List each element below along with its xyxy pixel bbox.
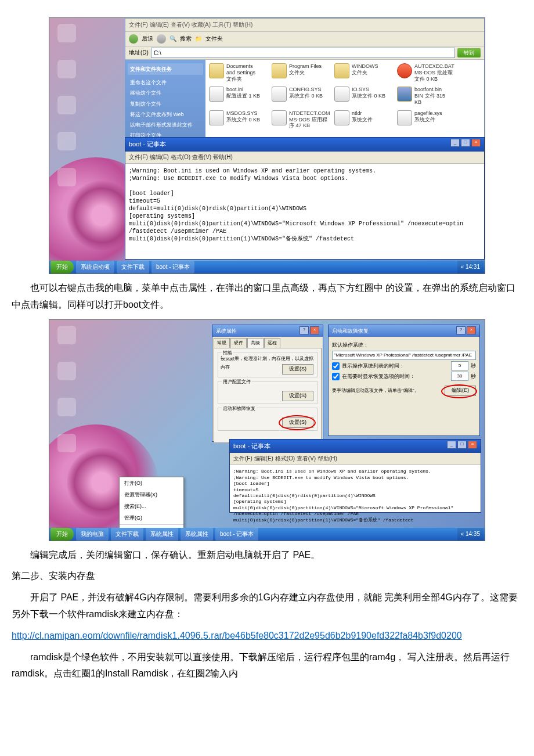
notepad-titlebar[interactable]: boot - 记事本 _ □ × [230,440,481,453]
tab[interactable]: 硬件 [230,338,247,348]
paragraph: http://cl.namipan.eom/downfile/ramdisk1.… [12,628,522,645]
task-item[interactable]: 将这个文件发布到 Web [128,109,203,120]
menu-item[interactable]: 管理(G) [120,512,183,524]
desktop-icon[interactable] [54,60,80,89]
menu-item[interactable]: 资源管理器(X) [120,489,183,501]
red-circle-annotation [441,384,477,398]
taskbar-button[interactable]: boot - 记事本 [151,261,194,273]
search-icon[interactable]: 🔍 [169,34,176,44]
maximize-icon[interactable]: □ [461,139,470,147]
dialog-titlebar[interactable]: 启动和故障恢复 ?× [329,325,479,337]
taskbar-button[interactable]: boot - 记事本 [215,528,258,541]
desktop-icon[interactable] [54,434,80,463]
notepad-body[interactable]: ;Warning: Boot.ini is used on Windows XP… [230,465,481,527]
tab[interactable]: 常规 [214,338,230,348]
explorer-sidepanel: 文件和文件夹任务 重命名这个文件 移动这个文件 复制这个文件 将这个文件发布到 … [125,60,205,140]
file-item[interactable]: Program Files文件夹 [272,63,325,82]
screenshot-1: 文件(F) 编辑(E) 查看(V) 收藏(A) 工具(T) 帮助(H) 后退 🔍… [49,17,485,274]
file-item[interactable]: boot.ini配置设置 1 KB [209,87,262,105]
task-item[interactable]: 移动这个文件 [128,88,203,98]
download-link[interactable]: http://cl.namipan.eom/downfile/ramdisk1.… [12,631,462,640]
help-icon[interactable]: ? [456,326,466,334]
taskbar-button[interactable]: 系统属性 [181,528,213,541]
tasks-header: 文件和文件夹任务 [128,63,203,75]
address-input[interactable] [151,48,455,58]
paragraph: 编辑完成后，关闭编辑窗口，保存确认。重新启动电脑就开启了 PAE。 [12,547,522,564]
seconds-spinner[interactable]: 5 [451,361,468,370]
file-item[interactable]: CONFIG.SYS系统文件 0 KB [272,87,325,105]
file-item[interactable]: WINDOWS文件夹 [334,63,388,82]
desktop-icon[interactable] [54,398,80,427]
folders-icon[interactable]: 📁 [195,34,202,44]
os-select[interactable]: "Microsoft Windows XP Professional" /fas… [332,351,476,360]
file-item[interactable]: IO.SYS系统文件 0 KB [334,87,388,105]
system-tray[interactable]: « 14:31 [457,261,484,273]
menu-item[interactable]: 打开(O) [120,477,183,489]
start-button[interactable]: 开始 [50,261,74,273]
settings-button[interactable]: 设置(S) [282,391,313,401]
search-label[interactable]: 搜索 [180,34,192,44]
group-label: 启动和故障恢复 [222,405,257,413]
maximize-icon[interactable]: □ [457,441,467,449]
help-icon[interactable]: ? [300,326,309,334]
folders-label[interactable]: 文件夹 [205,34,223,44]
desktop-icons [54,24,83,204]
file-item[interactable]: NTDETECT.COMMS-DOS 应用程序 47 KB [272,110,325,129]
tab-advanced[interactable]: 高级 [247,338,264,348]
settings-button[interactable]: 设置(S) [282,364,313,375]
taskbar: 开始 系统启动项 文件下载 boot - 记事本 « 14:31 [49,261,485,273]
system-properties-dialog[interactable]: 系统属性 ?× 常规 硬件 高级 远程 性能 视觉效果，处理器计划，内存使用，以… [212,325,323,442]
go-button[interactable]: 转到 [457,48,481,57]
task-item[interactable]: 以电子邮件形式发送此文件 [128,120,203,130]
menu-item[interactable]: 搜索(E)... [120,501,183,512]
forward-icon[interactable] [157,34,166,44]
file-item[interactable]: MSDOS.SYS系统文件 0 KB [209,110,262,129]
back-label[interactable]: 后退 [142,34,153,44]
file-item[interactable]: pagefile.sys系统文件 [397,110,450,129]
taskbar-button[interactable]: 我的电脑 [76,528,109,541]
task-item[interactable]: 复制这个文件 [128,99,203,109]
close-icon[interactable]: × [310,326,319,334]
task-item[interactable]: 重命名这个文件 [128,77,203,88]
desktop-icon[interactable] [54,168,80,197]
tab[interactable]: 远程 [264,338,280,348]
file-item[interactable]: AUTOEXEC.BATMS-DOS 批处理文件 0 KB [397,63,450,82]
back-icon[interactable] [129,34,138,44]
system-tray[interactable]: « 14:35 [457,528,484,541]
explorer-menubar[interactable]: 文件(F) 编辑(E) 查看(V) 收藏(A) 工具(T) 帮助(H) [125,19,484,32]
desktop-icon[interactable] [54,24,80,53]
taskbar: 开始 我的电脑 文件下载 系统属性 系统属性 boot - 记事本 « 14:3… [49,528,485,541]
notepad-body[interactable]: ;Warning: Boot.ini is used on Windows XP… [125,164,484,246]
paragraph: ramdisk是个绿色软件，不用安装就可以直接使用。下载解压缩后，运行程序包里的… [12,649,522,683]
start-button[interactable]: 开始 [50,528,74,541]
explorer-window[interactable]: 文件(F) 编辑(E) 查看(V) 收藏(A) 工具(T) 帮助(H) 后退 🔍… [125,18,485,135]
minimize-icon[interactable]: _ [447,441,456,449]
notepad-titlebar[interactable]: boot - 记事本 _ □ × [125,138,484,152]
close-icon[interactable]: × [468,441,477,449]
notepad-menubar[interactable]: 文件(F) 编辑(E) 格式(O) 查看(V) 帮助(H) [125,152,484,164]
checkbox[interactable] [332,362,340,370]
dialog-titlebar[interactable]: 系统属性 ?× [212,325,323,337]
taskbar-button[interactable]: 文件下载 [111,528,143,541]
file-item[interactable]: ntldr系统文件 [334,110,388,129]
file-item[interactable]: Documents and Settings文件夹 [209,63,262,82]
close-icon[interactable]: × [471,139,481,147]
notepad-window[interactable]: boot - 记事本 _ □ × 文件(F) 编辑(E) 格式(O) 查看(V)… [125,137,485,260]
desktop-icon[interactable] [54,326,80,355]
desktop-icon[interactable] [54,132,80,161]
checkbox[interactable] [332,373,340,380]
notepad-menubar[interactable]: 文件(F) 编辑(E) 格式(O) 查看(V) 帮助(H) [230,453,481,465]
notepad-title: boot - 记事本 [233,441,270,452]
minimize-icon[interactable]: _ [450,139,460,147]
desktop-icon[interactable] [54,96,80,125]
file-item[interactable]: bootfont.binBIN 文件 315 KB [397,87,450,105]
notepad-window[interactable]: boot - 记事本 _ □ × 文件(F) 编辑(E) 格式(O) 查看(V)… [229,439,481,513]
taskbar-button[interactable]: 系统启动项 [76,261,114,273]
startup-recovery-dialog[interactable]: 启动和故障恢复 ?× 默认操作系统： "Microsoft Windows XP… [328,325,480,436]
close-icon[interactable]: × [467,326,476,334]
desktop-icon[interactable] [54,362,80,391]
taskbar-button[interactable]: 系统属性 [146,528,178,541]
file-pane[interactable]: Documents and Settings文件夹 Program Files文… [205,60,484,140]
taskbar-button[interactable]: 文件下载 [117,261,149,273]
seconds-spinner[interactable]: 30 [451,372,468,381]
